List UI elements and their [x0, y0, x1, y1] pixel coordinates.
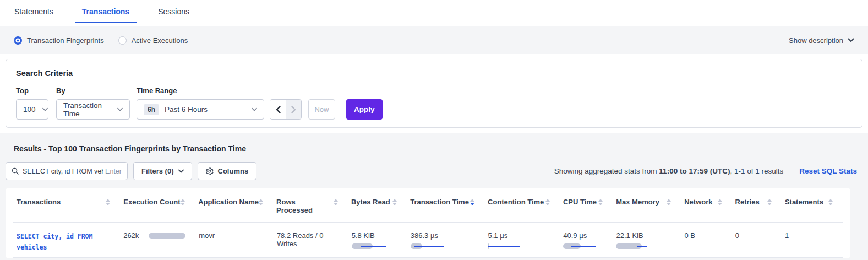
column-header-contention-time[interactable]: Contention Time — [484, 198, 560, 222]
sort-icons[interactable] — [470, 199, 474, 205]
reset-sql-stats-link[interactable]: Reset SQL Stats — [799, 167, 857, 175]
sort-icons[interactable] — [392, 199, 397, 205]
column-label: Rows Processed — [276, 198, 334, 216]
column-header-bytes-read[interactable]: Bytes Read — [348, 198, 407, 222]
radio-active-executions[interactable]: Active Executions — [118, 36, 188, 45]
column-header-transaction-time[interactable]: Transaction Time — [407, 198, 484, 222]
sort-icons[interactable] — [334, 199, 338, 205]
column-label: Application Name — [198, 198, 259, 208]
sort-icons[interactable] — [828, 199, 833, 205]
column-label: Retries — [735, 198, 760, 208]
cpu-time-bar — [563, 243, 599, 249]
transaction-fingerprint-link[interactable]: SELECT city, id FROM vehicles — [17, 231, 106, 253]
cell-execution-count: 262k — [120, 223, 195, 257]
chevron-down-icon — [178, 169, 184, 173]
sort-icons[interactable] — [767, 199, 772, 205]
sort-icons[interactable] — [598, 199, 603, 205]
sort-icons[interactable] — [667, 199, 671, 205]
cell-transaction: SELECT city, id FROM vehicles — [13, 223, 120, 257]
table-header-row: Transactions Execution Count Application… — [13, 188, 843, 223]
radio-selected-icon — [14, 36, 22, 45]
execution-count-value: 262k — [123, 231, 139, 240]
column-header-transactions[interactable]: Transactions — [13, 198, 120, 222]
columns-button[interactable]: Columns — [198, 162, 257, 180]
results-section: Results - Top 100 Transaction Fingerprin… — [0, 133, 868, 260]
column-header-statements[interactable]: Statements — [782, 198, 843, 222]
chevron-left-icon — [276, 106, 281, 113]
vertical-divider — [791, 164, 791, 179]
column-label: Execution Count — [123, 198, 180, 208]
transactions-table: Transactions Execution Count Application… — [13, 188, 843, 258]
bytes-read-value: 5.8 KiB — [352, 231, 397, 240]
column-label: Transaction Time — [410, 198, 469, 208]
search-input-field[interactable] — [23, 167, 103, 175]
sort-icons[interactable] — [106, 199, 110, 205]
search-icon — [12, 167, 19, 175]
columns-button-label: Columns — [218, 167, 249, 175]
radio-label: Active Executions — [132, 36, 188, 45]
column-label: Statements — [785, 198, 823, 208]
tab-transactions[interactable]: Transactions — [75, 0, 137, 23]
execution-count-bar — [149, 233, 185, 239]
now-button[interactable]: Now — [308, 99, 335, 120]
tab-sessions[interactable]: Sessions — [151, 0, 196, 23]
search-criteria-card: Search Criteria Top 100 By Transaction T… — [6, 59, 862, 128]
apply-button[interactable]: Apply — [346, 99, 383, 120]
chevron-right-icon — [291, 106, 296, 113]
results-toolbar: Enter Filters (0) Columns Showing aggreg… — [6, 162, 861, 180]
time-range-badge: 6h — [144, 104, 159, 115]
stats-prefix: Showing aggregated stats from — [554, 167, 659, 175]
by-label: By — [56, 86, 130, 95]
transaction-time-value: 386.3 µs — [411, 231, 475, 240]
contention-time-value: 5.1 µs — [488, 231, 550, 240]
radio-transaction-fingerprints[interactable]: Transaction Fingerprints — [14, 36, 104, 45]
show-description-toggle[interactable]: Show description — [789, 36, 854, 45]
page-tabs: Statements Transactions Sessions — [0, 0, 868, 23]
column-header-execution-count[interactable]: Execution Count — [120, 198, 195, 222]
cell-retries: 0 — [732, 223, 782, 257]
column-header-rows-processed[interactable]: Rows Processed — [273, 198, 348, 222]
view-toggle-band: Transaction Fingerprints Active Executio… — [0, 26, 868, 54]
results-title: Results - Top 100 Transaction Fingerprin… — [14, 144, 868, 153]
stats-suffix: , 1-1 of 1 results — [730, 167, 783, 175]
search-input[interactable]: Enter — [6, 162, 128, 180]
filters-button[interactable]: Filters (0) — [133, 162, 192, 180]
column-header-application-name[interactable]: Application Name — [195, 198, 273, 222]
enter-hint-label: Enter — [105, 167, 122, 175]
sort-icons[interactable] — [181, 199, 185, 205]
next-time-range-button[interactable] — [286, 100, 301, 119]
column-header-max-memory[interactable]: Max Memory — [613, 198, 681, 222]
cpu-time-value: 40.9 µs — [563, 231, 603, 240]
by-select-value: Transaction Time — [63, 101, 111, 118]
gear-icon — [206, 167, 214, 175]
tab-statements[interactable]: Statements — [7, 0, 61, 23]
column-label: Bytes Read — [351, 198, 390, 208]
previous-time-range-button[interactable] — [270, 100, 286, 119]
column-label: Contention Time — [488, 198, 544, 208]
max-memory-value: 22.1 KiB — [616, 231, 671, 240]
column-label: Max Memory — [616, 198, 659, 208]
stats-time-range: 11:00 to 17:59 (UTC) — [659, 167, 730, 175]
table-row: SELECT city, id FROM vehicles 262k movr … — [13, 223, 843, 258]
max-memory-bar — [616, 243, 652, 249]
cell-cpu-time: 40.9 µs — [560, 223, 613, 257]
sort-icons[interactable] — [718, 199, 722, 205]
sort-icons[interactable] — [259, 199, 263, 205]
column-header-retries[interactable]: Retries — [732, 198, 782, 222]
column-header-network[interactable]: Network — [681, 198, 731, 222]
chevron-down-icon — [848, 38, 854, 42]
top-select-value: 100 — [23, 105, 36, 113]
cell-statements: 1 — [782, 223, 843, 257]
sort-icons[interactable] — [545, 199, 550, 205]
column-header-cpu-time[interactable]: CPU Time — [560, 198, 613, 222]
chevron-down-icon — [117, 107, 123, 111]
time-range-select[interactable]: 6h Past 6 Hours — [137, 99, 264, 120]
time-range-arrows — [270, 99, 302, 120]
by-select[interactable]: Transaction Time — [56, 99, 130, 120]
search-criteria-title: Search Criteria — [16, 69, 852, 78]
radio-label: Transaction Fingerprints — [27, 36, 104, 45]
column-label: Network — [684, 198, 712, 208]
time-range-label: Time Range — [137, 86, 264, 95]
top-select[interactable]: 100 — [16, 99, 48, 120]
radio-unselected-icon — [118, 36, 127, 45]
